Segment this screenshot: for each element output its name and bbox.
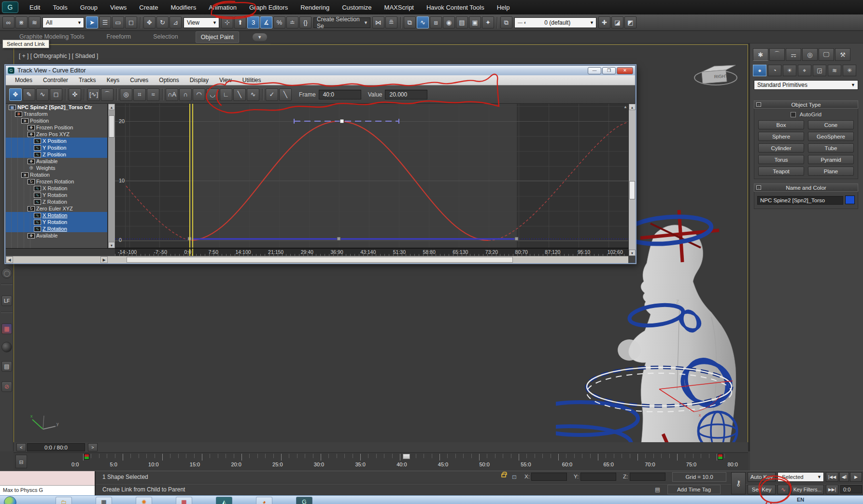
scroll-left-icon[interactable]: ◀ bbox=[6, 256, 13, 263]
viewport-label[interactable]: [ + ] [ Orthographic ] [ Shaded ] bbox=[19, 53, 98, 59]
trackbar-ruler[interactable]: 0:05:010:015:020:025:030:035:040:045:050… bbox=[30, 453, 745, 471]
mirror-icon[interactable]: ⋈ bbox=[372, 16, 384, 28]
ribbon-tab-selection[interactable]: Selection bbox=[148, 31, 183, 43]
keyframe-marker[interactable] bbox=[718, 454, 723, 460]
time-slider-handle[interactable] bbox=[403, 454, 410, 459]
trackview-menu-modes[interactable]: Modes bbox=[10, 75, 38, 85]
pan-icon[interactable]: ✜ bbox=[69, 88, 81, 101]
set-tangents-linear-icon[interactable]: ╲ bbox=[233, 88, 246, 101]
dock-disabled-icon[interactable]: ⊘ bbox=[1, 381, 12, 392]
select-and-scale-icon[interactable]: ⊿ bbox=[170, 16, 182, 28]
menu-views[interactable]: Views bbox=[104, 1, 133, 14]
dock-figure-icon[interactable]: ▤ bbox=[1, 361, 12, 372]
set-key-curve-icon[interactable]: ∿ bbox=[778, 485, 789, 494]
select-in-layer-icon[interactable]: ◩ bbox=[624, 16, 637, 28]
track-item-transform[interactable]: ✥Transform bbox=[6, 111, 107, 117]
layer-dropdown[interactable]: — ◐ 0 (default)▼ bbox=[514, 17, 596, 28]
zoom-value-extents-icon[interactable]: ⌒ bbox=[101, 88, 113, 101]
track-item-z-rotation[interactable]: ∿Z Rotation bbox=[6, 225, 107, 232]
track-item-z-rotation[interactable]: ∿Z Rotation bbox=[6, 198, 107, 205]
z-rotation-curve[interactable] bbox=[190, 121, 488, 240]
x-coord-field[interactable] bbox=[531, 473, 567, 481]
scroll-up-icon[interactable]: ▲ bbox=[629, 104, 636, 110]
trackview-menu-tracks[interactable]: Tracks bbox=[73, 75, 101, 85]
time-slider-line[interactable] bbox=[192, 104, 193, 248]
track-item-x-rotation[interactable]: ∿X Rotation bbox=[6, 185, 107, 192]
tab-create[interactable]: ✱ bbox=[753, 48, 768, 61]
create-button-cylinder[interactable]: Cylinder bbox=[758, 143, 804, 153]
dock-sphere-icon[interactable]: ◯ bbox=[1, 268, 12, 279]
cameras-icon[interactable]: ⌖ bbox=[798, 65, 811, 76]
scroll-up-icon[interactable]: ▲ bbox=[108, 104, 115, 110]
auto-key-button[interactable]: Auto Key bbox=[748, 472, 776, 482]
zoom-region-icon[interactable]: ⌗ bbox=[133, 88, 146, 101]
geometry-icon[interactable]: ● bbox=[753, 65, 766, 76]
unlink-selection-icon[interactable]: ⋇ bbox=[15, 16, 28, 28]
menu-animation[interactable]: Animation bbox=[202, 1, 243, 14]
listener-script-area[interactable]: Max to Physcs G bbox=[0, 486, 95, 495]
track-item-available[interactable]: ✥Available bbox=[6, 232, 107, 239]
menu-customize[interactable]: Customize bbox=[336, 1, 378, 14]
zoom-horizontal-extents-icon[interactable]: [∿] bbox=[87, 88, 100, 101]
menu-graph-editors[interactable]: Graph Editors bbox=[243, 1, 294, 14]
time-tag-icon[interactable]: ▤ bbox=[655, 486, 660, 493]
layer-manager-icon[interactable]: ⧉ bbox=[404, 16, 416, 28]
select-object-icon[interactable]: ➤ bbox=[86, 16, 98, 28]
value-field[interactable]: 20.000 bbox=[385, 90, 427, 99]
helpers-icon[interactable]: ◲ bbox=[813, 65, 826, 76]
create-new-layer-icon[interactable]: ✚ bbox=[598, 16, 610, 28]
track-bar[interactable]: ⊟ 0:05:010:015:020:025:030:035:040:045:0… bbox=[14, 452, 748, 471]
go-to-start-button[interactable]: |◀◀ bbox=[826, 472, 838, 482]
set-tangents-slow-icon[interactable]: ◡ bbox=[206, 88, 219, 101]
menu-tools[interactable]: Tools bbox=[46, 1, 73, 14]
selected-key-point[interactable] bbox=[340, 119, 344, 123]
taskbar-3dsmax-ad-icon[interactable]: ◭ bbox=[216, 497, 232, 504]
object-name-field[interactable]: NPC Spine2 [Spn2]_Torso bbox=[757, 196, 843, 205]
object-type-header[interactable]: –Object Type bbox=[754, 100, 858, 109]
snaps-toggle-icon[interactable]: 3 bbox=[247, 16, 259, 28]
time-range-display[interactable]: 0:0 / 80:0 bbox=[27, 443, 85, 451]
tree-scroll-thumb[interactable] bbox=[109, 115, 114, 138]
plot-vertical-scrollbar[interactable]: ▲ ▼ bbox=[628, 104, 636, 256]
tab-hierarchy[interactable]: ⚎ bbox=[786, 48, 801, 61]
select-and-move-icon[interactable]: ✥ bbox=[143, 16, 156, 28]
menu-rendering[interactable]: Rendering bbox=[294, 1, 336, 14]
track-item-z-position[interactable]: ∿Z Position bbox=[6, 151, 107, 158]
set-tangents-fast-icon[interactable]: ◠ bbox=[193, 88, 205, 101]
menu-create[interactable]: Create bbox=[133, 1, 164, 14]
vscroll-thumb[interactable] bbox=[629, 181, 635, 199]
current-frame-field[interactable]: 0:0 bbox=[840, 485, 862, 493]
set-tangents-smooth-icon[interactable]: ∿ bbox=[247, 88, 259, 101]
select-and-link-icon[interactable]: ∞ bbox=[2, 16, 14, 28]
scroll-down-icon[interactable]: ▼ bbox=[108, 242, 115, 248]
viewcube[interactable]: RIGHT bbox=[689, 58, 742, 92]
set-key-button[interactable]: Set Key bbox=[748, 485, 776, 494]
use-pivot-center-icon[interactable]: ⊹ bbox=[221, 16, 233, 28]
manage-layers-icon[interactable]: ⧉ bbox=[500, 16, 512, 28]
trackview-menu-options[interactable]: Options bbox=[154, 75, 184, 85]
taskbar-clapperboard-icon[interactable]: ▦ bbox=[96, 497, 112, 504]
previous-frame-button[interactable]: ◀‖ bbox=[839, 472, 849, 482]
taskbar-firefox-icon[interactable]: ◕ bbox=[256, 497, 272, 504]
scroll-down-icon[interactable]: ▼ bbox=[629, 250, 636, 256]
angle-snap-icon[interactable]: ∡ bbox=[260, 16, 272, 28]
taskbar-explorer-icon[interactable]: 🗀 bbox=[56, 497, 72, 504]
track-item-frozen-position[interactable]: ✥Frozen Position bbox=[6, 124, 107, 131]
trackview-menu-display[interactable]: Display bbox=[184, 75, 214, 85]
maximize-button[interactable]: ❐ bbox=[602, 67, 616, 74]
tree-scrollbar[interactable]: ▲ ▼ bbox=[108, 104, 115, 248]
create-button-sphere[interactable]: Sphere bbox=[758, 132, 804, 141]
track-item-zero-euler-xyz[interactable]: ↻Zero Euler XYZ bbox=[6, 205, 107, 212]
autogrid-checkbox[interactable] bbox=[791, 112, 796, 117]
lights-icon[interactable]: ☀ bbox=[783, 65, 796, 76]
menu-group[interactable]: Group bbox=[74, 1, 104, 14]
menu-help[interactable]: Help bbox=[491, 1, 516, 14]
region-keys-icon[interactable]: ◻ bbox=[50, 88, 62, 101]
track-item-rotation[interactable]: ≣Rotation bbox=[6, 171, 107, 178]
menu-modifiers[interactable]: Modifiers bbox=[164, 1, 202, 14]
track-item-position[interactable]: ≣Position bbox=[6, 117, 107, 124]
isolate-curve-icon[interactable]: ≈ bbox=[147, 88, 159, 101]
close-button[interactable]: ✕ bbox=[617, 67, 633, 74]
trackview-menu-view[interactable]: View bbox=[214, 75, 237, 85]
mini-curve-editor-toggle[interactable]: ⊟ bbox=[15, 455, 27, 468]
